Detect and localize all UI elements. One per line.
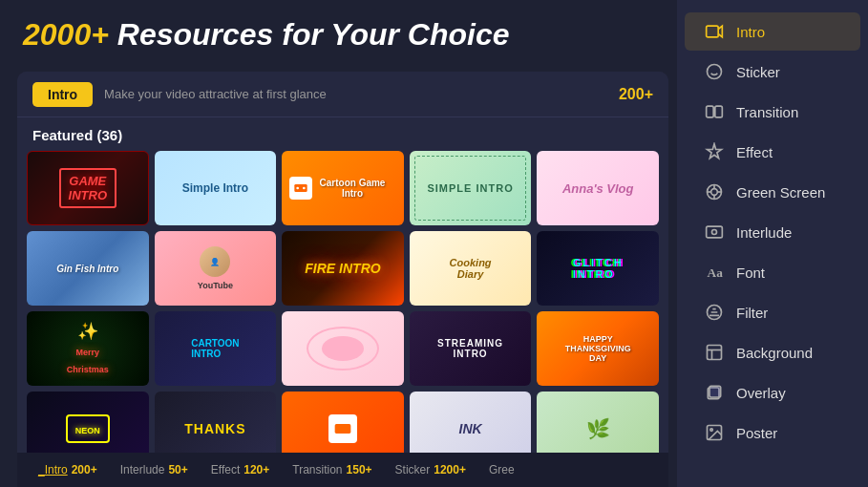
card-cartoon-intro[interactable]: CARTOONINTRO [155,311,277,386]
video-icon [704,21,725,42]
effect-icon [704,141,725,162]
bottom-tag-gree[interactable]: Gree [477,459,530,480]
svg-point-23 [303,187,306,190]
card-cartoon-game[interactable]: Cartoon GameIntro [282,151,404,225]
bottom-tag-sticker-label: Sticker [395,463,431,476]
page-title: 2000+ Resources for Your Choice [23,17,510,53]
card-merry-christmas[interactable]: ✨ MerryChristmas [27,311,149,386]
bottom-tag-intro[interactable]: _Intro 200+ [27,459,109,480]
sidebar-poster-label: Poster [736,425,777,441]
bottom-tag-transition[interactable]: Transition 150+ [281,459,383,480]
neon-text: NEON [75,426,100,435]
bottom-tag-sticker-count: 1200+ [434,463,466,476]
bottom-tag-transition-label: Transition [292,463,342,476]
svg-point-7 [711,189,718,196]
svg-rect-0 [707,26,719,37]
transition-icon [704,101,725,122]
sidebar-item-filter[interactable]: Filter [685,293,860,331]
card-fire-intro-text: FIRE INTRO [305,261,380,276]
bottom-tag-interlude-count: 50+ [168,463,187,476]
bottom-tag-gree-label: Gree [489,463,515,476]
sidebar-item-green-screen[interactable]: Green Screen [685,173,860,211]
sidebar-item-overlay[interactable]: Overlay [685,373,860,412]
card-game-intro-text: GAMEINTRO [59,168,116,208]
poster-icon [704,422,725,443]
svg-rect-16 [708,346,722,360]
card-glitch-intro-text: GLITCHINTRO [573,257,624,280]
sidebar-item-transition[interactable]: Transition [685,93,860,131]
card-cooking-diary-text: CookingDiary [450,257,492,280]
svg-rect-24 [335,424,351,434]
pink-circle [307,327,380,371]
card-merry-christmas-text: MerryChristmas [67,348,109,374]
interlude-icon [704,222,725,243]
sidebar-sticker-label: Sticker [736,64,780,80]
card-cooking-diary[interactable]: CookingDiary [410,231,532,306]
card-glitch-intro[interactable]: GLITCHINTRO [537,231,659,306]
tab-count: 200+ [619,86,653,103]
sidebar-filter-label: Filter [736,305,768,321]
card-streaming-intro-text: STREAMINGINTRO [437,338,503,359]
card-annas-vlog-text: Anna's Vlog [562,181,634,196]
sidebar-item-effect[interactable]: Effect [685,133,860,171]
title-highlight: 2000+ [23,17,109,52]
card-simple-intro[interactable]: Simple Intro [155,151,277,225]
overlay-icon [704,382,725,403]
merry-christmas-content: ✨ MerryChristmas [67,321,109,376]
card-game-intro[interactable]: GAMEINTRO [27,151,149,225]
sidebar-overlay-label: Overlay [736,385,786,401]
sidebar-interlude-label: Interlude [736,224,792,241]
sidebar-item-sticker[interactable]: Sticker [685,53,860,91]
sidebar-transition-label: Transition [736,104,798,120]
svg-rect-12 [707,226,723,238]
orange-icon [328,414,357,443]
tab-bar: Intro Make your video attractive at firs… [17,72,668,117]
card-cartoon-intro-text: CARTOONINTRO [191,338,239,359]
bottom-tag-effect-count: 120+ [243,463,269,476]
sidebar-background-label: Background [736,345,813,361]
green-screen-icon [704,181,725,202]
bottom-tag-sticker[interactable]: Sticker 1200+ [384,459,477,480]
bottom-tag-interlude[interactable]: Interlude 50+ [109,459,200,480]
card-simple-intro2-text: SIMPLE INTRO [427,182,513,194]
svg-point-1 [708,65,722,79]
bottom-tag-effect-label: Effect [211,463,240,476]
sidebar-font-label: Font [736,265,765,281]
background-icon [704,342,725,363]
card-pink[interactable] [282,311,404,386]
svg-rect-4 [707,106,714,117]
card-annas-vlog[interactable]: Anna's Vlog [537,151,659,225]
nature-emoji: 🌿 [586,417,610,440]
sidebar-item-background[interactable]: Background [685,333,860,371]
bottom-tag-intro-label: _Intro [38,463,68,476]
svg-rect-5 [715,106,723,117]
bottom-tag-interlude-label: Interlude [120,463,165,476]
tab-intro[interactable]: Intro [32,82,93,107]
sidebar: Intro Sticker Transition [677,0,868,487]
bottom-tag-effect[interactable]: Effect 120+ [200,459,282,480]
card-simple-intro2[interactable]: SIMPLE INTRO [410,151,532,225]
card-streaming-intro[interactable]: STREAMINGINTRO [410,311,532,386]
sidebar-intro-label: Intro [736,24,765,40]
sidebar-item-intro[interactable]: Intro [685,12,860,51]
featured-header: Featured (36) [17,117,668,151]
card-youtube[interactable]: 👤 YouTube [155,231,277,306]
svg-point-20 [710,429,713,432]
youtube-avatar: 👤 [200,246,230,277]
grid: GAMEINTRO Simple Intro Cartoon GameIntro… [17,151,668,466]
cartoon-icon [289,177,312,200]
card-fish-intro-text: Gin Fish Intro [56,264,118,274]
sidebar-green-screen-label: Green Screen [736,184,825,201]
card-fire-intro[interactable]: FIRE INTRO [282,231,404,306]
neon-border: NEON [66,414,110,443]
sidebar-item-poster[interactable]: Poster [685,413,860,452]
sidebar-item-font[interactable]: Aa Font [685,253,860,291]
card-cartoon-game-text: Cartoon GameIntro [320,178,386,199]
card-thanksgiving[interactable]: HAPPYTHANKSGIVINGDAY [537,311,659,386]
filter-icon [704,302,725,323]
card-thanks-text: THANKS [184,421,245,436]
card-youtube-text: YouTube [198,281,233,290]
bottom-bar: _Intro 200+ Interlude 50+ Effect 120+ Tr… [17,453,668,487]
sidebar-item-interlude[interactable]: Interlude [685,213,860,251]
card-fish-intro[interactable]: Gin Fish Intro [27,231,149,306]
